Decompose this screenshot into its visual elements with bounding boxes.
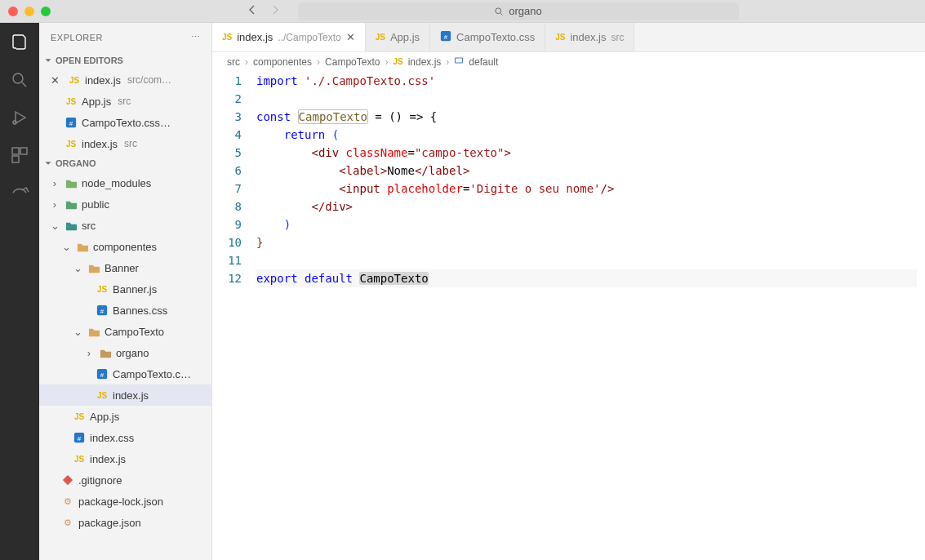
file-label: CampoTexto.c…: [113, 368, 191, 380]
chevron-right-icon: ›: [49, 198, 60, 211]
explorer-more-icon[interactable]: ⋯: [191, 32, 201, 42]
minimize-window-button[interactable]: [24, 7, 34, 16]
maximize-window-button[interactable]: [41, 7, 51, 16]
file-package-lock[interactable]: ⚙ package-lock.json: [39, 491, 211, 512]
json-icon: ⚙: [60, 496, 75, 507]
json-icon: ⚙: [60, 518, 75, 528]
titlebar: organo: [0, 0, 925, 23]
css-icon: #: [72, 432, 87, 443]
activity-search[interactable]: [8, 69, 31, 91]
crumb[interactable]: CampoTexto: [325, 56, 380, 68]
svg-text:#: #: [78, 435, 82, 442]
crumb[interactable]: index.js: [408, 56, 442, 68]
folder-label: CampoTexto: [105, 326, 164, 338]
nav-back-button[interactable]: [246, 3, 259, 19]
svg-rect-4: [20, 148, 27, 154]
file-label: App.js: [90, 411, 119, 423]
editor-area: JS index.js ../CampoTexto ✕ JS App.js # …: [212, 23, 925, 560]
file-path-dim: src: [118, 96, 131, 107]
tab-campotexto-css[interactable]: # CampoTexto.css: [430, 23, 545, 51]
file-index-css[interactable]: # index.css: [39, 427, 211, 448]
folder-componentes[interactable]: ⌄ componentes: [39, 236, 211, 257]
close-icon[interactable]: ✕: [51, 74, 64, 87]
tab-app-js[interactable]: JS App.js: [366, 23, 430, 51]
close-icon[interactable]: ✕: [346, 31, 355, 43]
svg-rect-16: [456, 58, 463, 63]
file-app-js[interactable]: JS App.js: [39, 406, 211, 427]
code-content[interactable]: import './.CampoTexto.css' const CampoTe…: [256, 72, 925, 560]
file-label: package.json: [78, 517, 141, 529]
nav-forward-button[interactable]: [269, 3, 282, 19]
open-editors-section[interactable]: OPEN EDITORS: [39, 51, 211, 69]
activity-explorer[interactable]: [8, 31, 31, 54]
file-path-dim: src/com…: [127, 74, 171, 86]
file-name: CampoTexto.css…: [82, 117, 171, 129]
file-name: index.js: [85, 74, 121, 87]
svg-rect-5: [12, 156, 19, 162]
file-gitignore[interactable]: .gitignore: [39, 469, 211, 491]
chevron-right-icon: ›: [245, 56, 248, 68]
breadcrumb[interactable]: src › componentes › CampoTexto › JS inde…: [212, 52, 925, 72]
crumb[interactable]: src: [227, 56, 240, 68]
folder-icon: [64, 177, 78, 189]
chevron-down-icon: ⌄: [49, 220, 60, 232]
tab-label: CampoTexto.css: [456, 31, 535, 43]
folder-banner[interactable]: ⌄ Banner: [39, 257, 211, 278]
activity-extensions[interactable]: [8, 144, 31, 167]
crumb[interactable]: default: [469, 56, 498, 68]
chevron-right-icon: ›: [83, 347, 95, 359]
chevron-down-icon: ⌄: [72, 262, 83, 274]
git-icon: [60, 474, 75, 486]
crumb[interactable]: componentes: [253, 56, 312, 68]
open-editor-item[interactable]: JS index.js src: [39, 133, 211, 154]
open-editor-item[interactable]: JS App.js src: [39, 91, 211, 112]
folder-public[interactable]: › public: [39, 193, 211, 215]
close-window-button[interactable]: [8, 7, 18, 16]
chevron-right-icon: ›: [317, 56, 320, 68]
code-editor[interactable]: 123 456 789 101112 import './.CampoTexto…: [212, 72, 925, 560]
tab-index-js[interactable]: JS index.js ../CampoTexto ✕: [212, 23, 366, 51]
folder-icon: [98, 347, 113, 359]
folder-node-modules[interactable]: › node_modules: [39, 172, 211, 193]
svg-point-2: [13, 121, 16, 124]
file-package-json[interactable]: ⚙ package.json: [39, 512, 211, 533]
project-section[interactable]: ORGANO: [39, 154, 211, 172]
activity-debug[interactable]: [8, 106, 31, 129]
symbol-icon: [454, 56, 464, 68]
svg-point-0: [496, 7, 501, 13]
css-icon: #: [64, 117, 78, 128]
chevron-down-icon: ⌄: [72, 326, 83, 338]
editor-tabs: JS index.js ../CampoTexto ✕ JS App.js # …: [212, 23, 925, 52]
command-center-search[interactable]: organo: [298, 2, 739, 20]
js-icon: JS: [555, 33, 565, 42]
file-campotexto-css[interactable]: # CampoTexto.c…: [39, 363, 211, 384]
explorer-title: EXPLORER: [51, 33, 103, 42]
file-banner-js[interactable]: JS Banner.js: [39, 278, 211, 300]
chevron-right-icon: ›: [446, 56, 449, 68]
tab-label: index.js: [570, 31, 606, 43]
file-index-js-src[interactable]: JS index.js: [39, 448, 211, 469]
activity-share[interactable]: [8, 181, 31, 204]
open-editor-item[interactable]: # CampoTexto.css…: [39, 112, 211, 133]
js-icon: JS: [67, 76, 82, 85]
js-icon: JS: [64, 140, 78, 149]
file-label: index.css: [90, 432, 134, 444]
folder-label: Banner: [105, 262, 139, 274]
file-index-js[interactable]: JS index.js: [39, 384, 211, 406]
file-bannes-css[interactable]: # Bannes.css: [39, 300, 211, 321]
tab-path-dim: src: [611, 32, 624, 43]
folder-campotexto[interactable]: ⌄ CampoTexto: [39, 321, 211, 342]
file-name: index.js: [82, 138, 118, 150]
open-editor-item[interactable]: ✕ JS index.js src/com…: [39, 69, 211, 91]
chevron-down-icon: ⌄: [60, 241, 72, 253]
svg-text:#: #: [444, 33, 448, 41]
chevron-down-icon: [42, 55, 54, 66]
folder-label: public: [82, 198, 109, 211]
chevron-right-icon: ›: [49, 177, 60, 189]
css-icon: #: [440, 30, 451, 44]
search-icon: [494, 7, 504, 16]
js-icon: JS: [64, 97, 78, 106]
tab-index-js-src[interactable]: JS index.js src: [545, 23, 634, 51]
folder-src[interactable]: ⌄ src: [39, 215, 211, 236]
folder-organo[interactable]: › organo: [39, 342, 211, 363]
